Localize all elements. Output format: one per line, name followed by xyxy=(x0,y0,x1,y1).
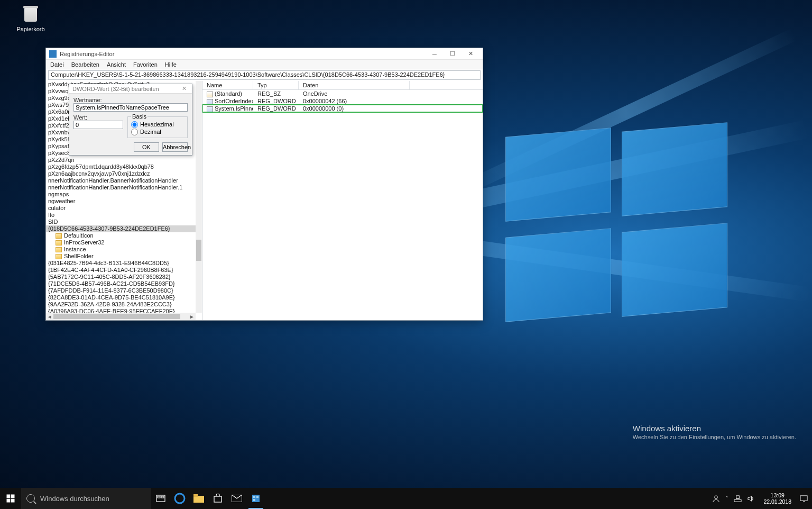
search-box[interactable]: Windows durchsuchen xyxy=(21,488,151,509)
svg-point-7 xyxy=(175,494,184,503)
explorer-app[interactable] xyxy=(189,488,208,509)
tree-item[interactable]: ShellFolder xyxy=(46,253,196,260)
svg-point-16 xyxy=(715,495,718,498)
tree-item[interactable]: {82CA8DE3-01AD-4CEA-9D75-BE4C51810A9E} xyxy=(46,294,196,301)
svg-rect-10 xyxy=(214,496,222,502)
cancel-button[interactable]: Abbrechen xyxy=(162,142,188,152)
menu-hilfe[interactable]: Hilfe xyxy=(165,61,177,68)
value-row[interactable]: (Standard)REG_SZOneDrive xyxy=(202,90,483,97)
tree-item[interactable]: nnerNotificationHandler.BannerNotificati… xyxy=(46,184,196,191)
mail-icon xyxy=(232,495,242,502)
tree-item[interactable]: SID xyxy=(46,219,196,225)
titlebar[interactable]: Registrierungs-Editor ─ ☐ ✕ xyxy=(46,48,483,60)
menu-ansicht[interactable]: Ansicht xyxy=(107,61,126,68)
task-view-button[interactable] xyxy=(151,488,170,509)
store-app[interactable] xyxy=(208,488,227,509)
ok-button[interactable]: OK xyxy=(134,142,159,152)
recycle-bin-icon xyxy=(20,3,41,24)
tree-item[interactable]: nnerNotificationHandler.BannerNotificati… xyxy=(46,177,196,184)
clock[interactable]: 13:09 22.01.2018 xyxy=(760,492,795,505)
recycle-bin[interactable]: Papierkorb xyxy=(12,3,50,32)
svg-rect-2 xyxy=(7,499,11,503)
clock-date: 22.01.2018 xyxy=(763,498,791,505)
svg-rect-6 xyxy=(161,496,164,498)
col-name[interactable]: Name xyxy=(202,81,253,89)
minimize-button[interactable]: ─ xyxy=(426,48,444,60)
basis-fieldset: Basis Hexadezimal Dezimal xyxy=(127,113,188,138)
svg-rect-5 xyxy=(158,496,160,498)
clock-time: 13:09 xyxy=(763,492,791,498)
svg-rect-17 xyxy=(734,499,741,502)
folder-icon xyxy=(56,254,62,259)
radio-hex[interactable] xyxy=(131,121,138,128)
tree-item-selected[interactable]: {018D5C66-4533-4307-9B53-224DE2ED1FE6} xyxy=(46,225,196,232)
svg-rect-1 xyxy=(11,495,15,498)
start-button[interactable] xyxy=(0,488,21,509)
taskbar: Windows durchsuchen ˄ 13:09 22.01.2018 xyxy=(0,488,812,509)
watermark-sub: Wechseln Sie zu den Einstellungen, um Wi… xyxy=(633,434,796,440)
edge-app[interactable] xyxy=(170,488,189,509)
value-row[interactable]: System.IsPinnedTo...REG_DWORD0x00000000 … xyxy=(202,105,483,112)
tree-item[interactable]: {7AFDFDDB-F914-11E4-8377-6C3BE50D980C} xyxy=(46,287,196,294)
tree-item[interactable]: {5AB7172C-9C11-405C-8DD5-AF20F3606282} xyxy=(46,274,196,280)
wert-label: Wert: xyxy=(73,114,123,121)
dialog-title: DWORD-Wert (32-Bit) bearbeiten xyxy=(72,86,179,92)
network-icon[interactable] xyxy=(734,495,742,503)
system-tray: ˄ 13:09 22.01.2018 xyxy=(708,492,812,505)
svg-rect-13 xyxy=(253,496,255,498)
tree-item[interactable]: {1BF42E4C-4AF4-4CFD-A1A0-CF2960B8F63E} xyxy=(46,267,196,274)
svg-rect-18 xyxy=(736,495,740,498)
regedit-icon xyxy=(49,50,57,58)
regedit-taskbar[interactable] xyxy=(246,488,265,509)
dialog-titlebar[interactable]: DWORD-Wert (32-Bit) bearbeiten ✕ xyxy=(69,84,192,94)
tree-item[interactable]: Instance xyxy=(46,246,196,253)
tree-item[interactable]: pXzn6aajbccnx2qvxjawp7v0xnj1zdzdcz xyxy=(46,170,196,177)
menu-favoriten[interactable]: Favoriten xyxy=(133,61,158,68)
tree-item[interactable]: DefaultIcon xyxy=(46,232,196,239)
mail-app[interactable] xyxy=(227,488,246,509)
tree-item[interactable]: {031E4825-7B94-4dc3-B131-E946B44C8DD5} xyxy=(46,260,196,267)
tree-item[interactable]: pXzg6fdzp57dpmt1dqardd3y48kkx0qb78 xyxy=(46,163,196,170)
wertname-input[interactable] xyxy=(73,103,188,112)
tree-item[interactable]: {71DCE5D6-4B57-496B-AC21-CD5B54EB93FD} xyxy=(46,280,196,287)
menu-datei[interactable]: Datei xyxy=(50,61,64,68)
wert-input[interactable] xyxy=(73,121,123,129)
tree-item[interactable]: Ito xyxy=(46,212,196,219)
folder-icon xyxy=(193,494,204,503)
value-row[interactable]: SortOrderIndexREG_DWORD0x00000042 (66) xyxy=(202,97,483,105)
window-title: Registrierungs-Editor xyxy=(60,51,426,57)
tree-item[interactable]: culator xyxy=(46,205,196,212)
tree-item[interactable]: {9AA2F32D-362A-42D9-9328-24A483E2CCC3} xyxy=(46,301,196,308)
tree-item[interactable]: {A0396A93-DC06-4AEF-BEE9-95FFCCAEF20E} xyxy=(46,308,196,313)
edge-icon xyxy=(174,493,186,504)
activation-watermark: Windows aktivieren Wechseln Sie zu den E… xyxy=(633,424,796,440)
action-center-icon[interactable] xyxy=(800,495,808,503)
svg-rect-9 xyxy=(193,494,198,497)
recycle-bin-label: Papierkorb xyxy=(12,26,50,32)
task-view-icon xyxy=(156,495,165,502)
tree-vertical-scrollbar[interactable] xyxy=(196,81,202,313)
col-daten[interactable]: Daten xyxy=(299,81,410,89)
tree-item[interactable]: ngweather xyxy=(46,198,196,205)
folder-icon xyxy=(56,233,62,239)
radio-dez[interactable] xyxy=(131,129,138,135)
dword-value-icon xyxy=(207,99,213,105)
volume-icon[interactable] xyxy=(747,495,755,503)
values-header[interactable]: Name Typ Daten xyxy=(202,81,483,90)
svg-rect-14 xyxy=(256,496,259,498)
address-bar[interactable]: Computer\HKEY_USERS\S-1-5-21-369866333-1… xyxy=(48,70,481,80)
people-icon[interactable] xyxy=(712,495,720,503)
dword-value-icon xyxy=(207,106,213,112)
tray-chevron-icon[interactable]: ˄ xyxy=(725,495,728,502)
dialog-close-button[interactable]: ✕ xyxy=(179,85,189,92)
svg-rect-3 xyxy=(11,499,15,503)
maximize-button[interactable]: ☐ xyxy=(444,48,462,60)
tree-item[interactable]: ngmaps xyxy=(46,191,196,198)
regedit-taskbar-icon xyxy=(251,494,261,503)
close-button[interactable]: ✕ xyxy=(462,48,479,60)
menu-bearbeiten[interactable]: Bearbeiten xyxy=(71,61,99,68)
tree-item[interactable]: InProcServer32 xyxy=(46,239,196,246)
tree-horizontal-scrollbar[interactable]: ◄► xyxy=(46,313,196,320)
tree-item[interactable]: pXz2d7qn xyxy=(46,157,196,163)
col-typ[interactable]: Typ xyxy=(253,81,299,89)
